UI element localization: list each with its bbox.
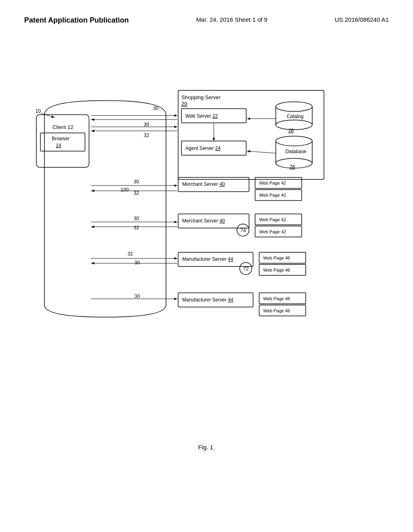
header-patent-number: US 2016/086240 A1 xyxy=(335,16,389,23)
ref-32-4: 32 xyxy=(127,251,133,257)
web-page-46-4: Web Page 46 xyxy=(263,308,290,313)
svg-rect-3 xyxy=(178,90,324,179)
svg-point-9 xyxy=(276,120,312,130)
ref-100: 100 xyxy=(121,187,129,193)
ref-26: 26 xyxy=(288,128,294,133)
browser-label: Browser xyxy=(52,136,69,141)
svg-line-16 xyxy=(247,151,275,153)
ref-30-5: 30 xyxy=(134,260,140,266)
manufacturer-server-44-2: Manufacturer Server 44 xyxy=(182,297,234,303)
shopping-server-label: Shopping Server xyxy=(181,94,221,100)
ref-10: 10 xyxy=(35,108,41,114)
web-page-42-2: Web Page 42 xyxy=(259,193,286,197)
ref-32-2: 32 xyxy=(133,190,139,196)
manufacturer-server-44-1: Manufacturer Server 44 xyxy=(182,256,234,262)
database-label: Database xyxy=(286,149,307,154)
ref-30-2: 30 xyxy=(144,122,149,127)
merchant-server-40-1: Merchant Server 40 xyxy=(182,181,225,187)
ref-32-3: 32 xyxy=(133,225,139,231)
browser-ref: 14 xyxy=(56,143,61,148)
web-page-42-3: Web Page 42 xyxy=(259,217,286,222)
client-label: Client 12 xyxy=(52,124,73,130)
diagram-area: Client 12 Browser 14 10 Shopping Server … xyxy=(24,53,389,436)
svg-point-10 xyxy=(276,136,312,146)
ref-30-3: 30 xyxy=(133,179,139,185)
svg-point-6 xyxy=(276,102,312,111)
ref-72: 72 xyxy=(243,266,249,272)
page: Patent Application Publication Mar. 24, … xyxy=(0,0,413,532)
ref-30-4: 30 xyxy=(133,216,139,221)
merchant-server-40-2: Merchant Server 40 xyxy=(182,218,225,224)
web-page-46-2: Web Page 46 xyxy=(263,268,290,272)
svg-line-2 xyxy=(41,114,54,118)
web-page-46-3: Web Page 46 xyxy=(263,296,290,301)
ref-30-6: 30 xyxy=(134,293,140,299)
header-title: Patent Application Publication xyxy=(24,16,129,25)
header: Patent Application Publication Mar. 24, … xyxy=(24,16,389,29)
web-page-42-1: Web Page 42 xyxy=(259,181,286,185)
ref-28: 28 xyxy=(290,164,295,170)
agent-server-label: Agent Server 24 xyxy=(186,145,221,151)
web-page-42-4: Web Page 42 xyxy=(259,229,286,234)
ref-20-label: 20 xyxy=(181,101,188,107)
fig-caption: Fig. 1. xyxy=(24,444,389,451)
ref-74: 74 xyxy=(240,228,246,233)
catalog-label: Catalog xyxy=(287,114,304,119)
header-date-sheet: Mar. 24, 2016 Sheet 1 of 9 xyxy=(196,16,267,23)
ref-32-1: 32 xyxy=(144,133,149,138)
diagram-svg: Client 12 Browser 14 10 Shopping Server … xyxy=(24,53,389,436)
web-server-label: Web Server 22 xyxy=(186,113,218,119)
web-page-46-1: Web Page 46 xyxy=(263,256,290,260)
